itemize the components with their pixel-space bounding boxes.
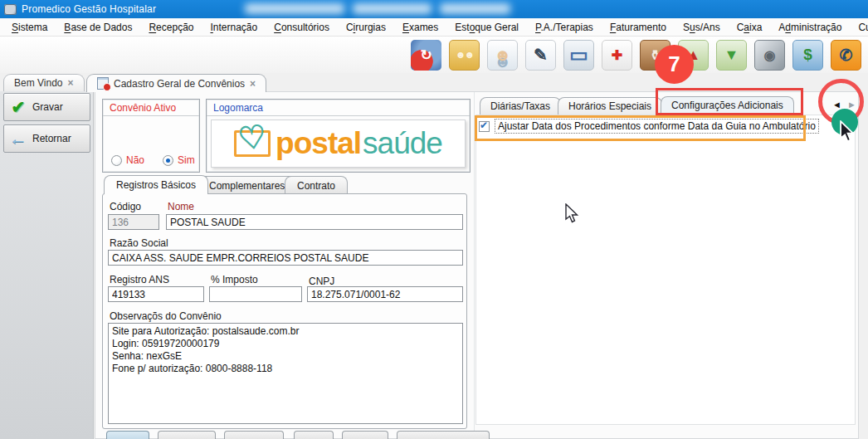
tab-label: Bem Vindo — [14, 77, 62, 89]
cnpj-input[interactable] — [307, 286, 463, 302]
envelope-heart-icon — [234, 130, 271, 157]
codigo-label: Código — [110, 201, 141, 212]
radio-circle-icon — [163, 155, 173, 166]
convenio-ativo-groupbox: Convênio Ativo Não Sim — [102, 99, 200, 173]
action-sidebar: ✔ Gravar ← Retornar — [0, 91, 94, 439]
document-tab-strip: Bem Vindo × Cadastro Geral de Convênios … — [0, 73, 868, 91]
back-arrow-icon: ← — [4, 128, 32, 149]
logomarca-groupbox: Logomarca postal saúde — [206, 99, 471, 173]
tab-scroll-right-icon[interactable]: ► — [847, 100, 856, 110]
tab-registros-basicos[interactable]: Registros Básicos — [104, 175, 208, 194]
title-bar: Promedico Gestão Hospitalar — [0, 0, 868, 18]
close-icon[interactable]: × — [250, 78, 256, 90]
tab-bem-vindo[interactable]: Bem Vindo × — [3, 74, 85, 91]
checkbox-icon[interactable] — [479, 121, 490, 132]
toolbar — [0, 37, 868, 73]
hospital-bed-icon[interactable] — [563, 40, 594, 71]
redacted-version-text — [353, 3, 432, 14]
redacted-version-text — [440, 3, 510, 14]
radio-sim[interactable]: Sim — [163, 154, 195, 166]
patients-folder-icon[interactable] — [449, 40, 480, 71]
bottom-bar-button[interactable] — [294, 431, 334, 439]
tab-cadastro-geral-convenios[interactable]: Cadastro Geral de Convênios × — [86, 74, 266, 92]
observacoes-textarea[interactable]: Site para Autorização: postalsaude.com.b… — [108, 323, 463, 424]
panel-divider — [474, 92, 475, 439]
contract-document-icon[interactable] — [525, 40, 556, 71]
logo-word-postal: postal — [276, 126, 361, 161]
gravar-label: Gravar — [32, 101, 63, 113]
bottom-bar-button[interactable] — [397, 431, 490, 439]
expenses-down-icon[interactable] — [716, 40, 747, 71]
phone-directory-icon[interactable] — [831, 40, 861, 71]
nome-label: Nome — [168, 201, 194, 212]
menu-custo[interactable]: Custo — [850, 20, 868, 35]
configuracoes-adicionais-panel — [475, 115, 856, 425]
registro-ans-label: Registro ANS — [110, 274, 169, 285]
tab-label: Contrato — [297, 180, 335, 192]
window-title: Promedico Gestão Hospitalar — [22, 3, 156, 15]
radio-sim-label: Sim — [178, 154, 195, 166]
logo-image[interactable]: postal saúde — [211, 120, 466, 168]
menu-pa-terapias[interactable]: P.A./Terapias — [527, 20, 602, 35]
close-icon[interactable]: × — [67, 77, 73, 89]
menu-base-de-dados[interactable]: Base de Dados — [56, 20, 140, 35]
imposto-label: % Imposto — [211, 274, 258, 285]
menu-exames[interactable]: Exames — [394, 20, 446, 35]
bottom-bar-button[interactable] — [158, 431, 216, 439]
menu-caixa[interactable]: Caixa — [729, 20, 771, 35]
tab-horarios-especiais[interactable]: Horários Especiais — [558, 97, 662, 115]
step-number-badge: 7 — [655, 45, 694, 84]
logo-word-saude: saúde — [363, 126, 442, 161]
menu-recepcao[interactable]: Recepção — [140, 20, 202, 35]
menu-cirurgias[interactable]: Cirurgias — [338, 20, 394, 35]
retornar-label: Retornar — [32, 133, 71, 144]
menu-sus-ans[interactable]: Sus/Ans — [675, 20, 729, 35]
menu-estoque-geral[interactable]: Estoque Geral — [446, 20, 527, 35]
tab-label: Diárias/Taxas — [490, 100, 550, 112]
ambulance-icon[interactable] — [602, 40, 632, 71]
menu-consultorios[interactable]: Consultórios — [266, 20, 338, 35]
app-logo-icon — [4, 4, 17, 15]
radio-circle-icon — [111, 155, 122, 166]
menu-bar: Sistema Base de Dados Recepção Internaçã… — [0, 18, 868, 37]
tab-label: Complementares — [209, 180, 285, 192]
menu-internacao[interactable]: Internação — [202, 20, 266, 35]
annotation-cursor — [840, 120, 856, 143]
financial-charts-icon[interactable] — [792, 40, 823, 71]
tab-diarias-taxas[interactable]: Diárias/Taxas — [480, 97, 561, 115]
application-window: Promedico Gestão Hospitalar Sistema Base… — [0, 0, 868, 439]
tab-scroll-left-icon[interactable]: ◄ — [832, 100, 841, 110]
bottom-bar-button[interactable] — [342, 431, 388, 439]
codigo-input[interactable] — [108, 214, 159, 230]
tab-label: Horários Especiais — [568, 100, 651, 112]
gravar-button[interactable]: ✔ Gravar — [3, 93, 90, 121]
radio-nao[interactable]: Não — [111, 154, 144, 166]
menu-administracao[interactable]: Administração — [770, 20, 850, 35]
tab-complementares[interactable]: Complementares — [197, 176, 297, 194]
user-sync-icon[interactable] — [411, 40, 441, 71]
content-panel: Convênio Ativo Não Sim Logomarca postal … — [95, 91, 859, 439]
ajustar-data-label: Ajustar Data dos Procedimentos conforme … — [495, 119, 819, 134]
tab-label: Registros Básicos — [116, 179, 196, 191]
document-badge-icon — [97, 77, 109, 90]
tab-contrato[interactable]: Contrato — [285, 176, 348, 194]
imposto-input[interactable] — [209, 286, 302, 302]
doctor-icon[interactable] — [487, 40, 518, 71]
menu-faturamento[interactable]: Faturamento — [602, 20, 675, 35]
razao-social-input[interactable] — [108, 250, 463, 266]
menu-sistema[interactable]: Sistema — [3, 20, 56, 35]
registros-basicos-panel: Código Nome Razão Social Registro ANS % … — [102, 193, 467, 429]
cnpj-label: CNPJ — [309, 276, 334, 287]
ajustar-data-checkbox-row[interactable]: Ajustar Data dos Procedimentos conforme … — [479, 119, 819, 134]
retornar-button[interactable]: ← Retornar — [3, 124, 90, 153]
safe-icon[interactable] — [754, 40, 785, 71]
logomarca-title: Logomarca — [207, 100, 470, 116]
nome-input[interactable] — [166, 214, 463, 230]
tab-configuracoes-adicionais[interactable]: Configurações Adicionais — [661, 96, 794, 114]
tab-label: Configurações Adicionais — [671, 100, 783, 111]
convenio-ativo-title: Convênio Ativo — [103, 100, 199, 116]
bottom-bar-button[interactable] — [224, 431, 284, 439]
check-icon: ✔ — [4, 97, 32, 117]
registro-ans-input[interactable] — [108, 286, 204, 302]
bottom-bar-button[interactable] — [106, 431, 149, 439]
